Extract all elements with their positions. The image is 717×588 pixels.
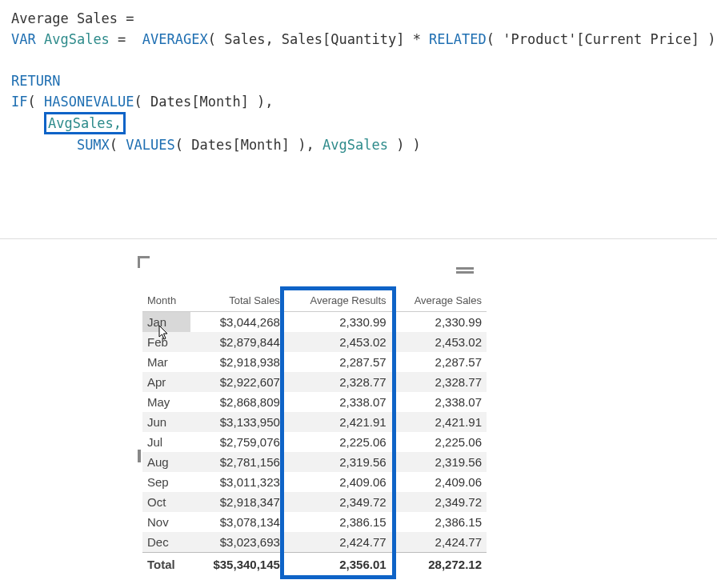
measure-name: Average Sales = [11,10,134,26]
results-table: Month Total Sales Average Results Averag… [142,290,487,576]
cell-month: Nov [142,512,190,532]
cell-month: Feb [142,332,190,352]
table-row[interactable]: Sep$3,011,3232,409.062,409.06 [142,472,487,492]
cell-average-results: 2,386.15 [285,512,391,532]
total-total-sales: $35,340,145 [190,553,285,577]
cell-average-results: 2,421.91 [285,412,391,432]
cell-average-sales: 2,453.02 [391,332,487,352]
total-label: Total [142,553,190,577]
related-fn: RELATED [429,31,487,47]
var-keyword: VAR [11,31,36,47]
cell-average-sales: 2,421.91 [391,412,487,432]
cell-average-sales: 2,386.15 [391,512,487,532]
cell-month: Jul [142,432,190,452]
return-keyword: RETURN [11,73,60,89]
cell-month: Sep [142,472,190,492]
cell-average-results: 2,409.06 [285,472,391,492]
cell-average-results: 2,424.77 [285,532,391,553]
averagex-fn: AVERAGEX [142,31,208,47]
header-average-results[interactable]: Average Results [285,290,391,312]
cell-average-results: 2,349.72 [285,492,391,512]
table-visual[interactable]: Month Total Sales Average Results Averag… [142,259,487,576]
cell-total-sales: $2,868,809 [190,392,285,412]
table-row[interactable]: Jul$2,759,0762,225.062,225.06 [142,432,487,452]
header-month[interactable]: Month [142,290,190,312]
table-row[interactable]: Dec$3,023,6932,424.772,424.77 [142,532,487,553]
cell-total-sales: $3,044,268 [190,312,285,333]
cell-average-sales: 2,328.77 [391,372,487,392]
cell-average-results: 2,330.99 [285,312,391,333]
resize-handle-corner[interactable] [138,256,150,268]
cell-month: Aug [142,452,190,472]
cell-month: Oct [142,492,190,512]
table-row[interactable]: Feb$2,879,8442,453.022,453.02 [142,332,487,352]
cell-average-sales: 2,287.57 [391,352,487,372]
highlighted-token: AvgSales, [44,112,126,134]
sumx-fn: SUMX [77,137,110,153]
table-row[interactable]: Oct$2,918,3472,349.722,349.72 [142,492,487,512]
cell-average-sales: 2,225.06 [391,432,487,452]
cell-average-sales: 2,319.56 [391,452,487,472]
cell-total-sales: $2,918,347 [190,492,285,512]
cell-average-results: 2,319.56 [285,452,391,472]
cell-total-sales: $2,759,076 [190,432,285,452]
cell-average-sales: 2,330.99 [391,312,487,333]
dax-editor[interactable]: Average Sales = VAR AvgSales = AVERAGEX(… [0,0,717,155]
cell-average-sales: 2,424.77 [391,532,487,553]
table-row[interactable]: Jan$3,044,2682,330.992,330.99 [142,312,487,333]
table-header-row: Month Total Sales Average Results Averag… [142,290,487,312]
table-row[interactable]: Aug$2,781,1562,319.562,319.56 [142,452,487,472]
values-fn: VALUES [126,137,174,153]
cell-total-sales: $2,922,607 [190,372,285,392]
cell-average-sales: 2,349.72 [391,492,487,512]
cell-total-sales: $3,023,693 [190,532,285,553]
table-total-row: Total $35,340,145 2,356.01 28,272.12 [142,553,487,577]
total-average-sales: 28,272.12 [391,553,487,577]
table-row[interactable]: May$2,868,8092,338.072,338.07 [142,392,487,412]
total-average-results: 2,356.01 [285,553,391,577]
header-average-sales[interactable]: Average Sales [391,290,487,312]
hasonevalue-fn: HASONEVALUE [44,94,134,110]
cell-month: Jun [142,412,190,432]
cell-average-results: 2,328.77 [285,372,391,392]
cell-month: Jan [142,312,190,333]
cell-month: Dec [142,532,190,553]
cell-month: Apr [142,372,190,392]
table-row[interactable]: Nov$3,078,1342,386.152,386.15 [142,512,487,532]
cell-average-results: 2,287.57 [285,352,391,372]
cell-total-sales: $2,781,156 [190,452,285,472]
var-name: AvgSales [44,31,110,47]
cell-average-results: 2,453.02 [285,332,391,352]
cell-total-sales: $3,133,950 [190,412,285,432]
cell-average-sales: 2,409.06 [391,472,487,492]
cell-total-sales: $2,879,844 [190,332,285,352]
drag-handle-icon[interactable] [456,267,474,275]
cell-total-sales: $3,011,323 [190,472,285,492]
cell-total-sales: $3,078,134 [190,512,285,532]
table-row[interactable]: Jun$3,133,9502,421.912,421.91 [142,412,487,432]
table-row[interactable]: Apr$2,922,6072,328.772,328.77 [142,372,487,392]
cell-average-results: 2,225.06 [285,432,391,452]
table-row[interactable]: Mar$2,918,9382,287.572,287.57 [142,352,487,372]
cell-month: May [142,392,190,412]
cell-month: Mar [142,352,190,372]
resize-handle-left[interactable] [138,450,141,462]
cell-average-sales: 2,338.07 [391,392,487,412]
cell-total-sales: $2,918,938 [190,352,285,372]
if-fn: IF [11,94,27,110]
panel-divider[interactable] [0,238,717,239]
header-total-sales[interactable]: Total Sales [190,290,285,312]
cell-average-results: 2,338.07 [285,392,391,412]
